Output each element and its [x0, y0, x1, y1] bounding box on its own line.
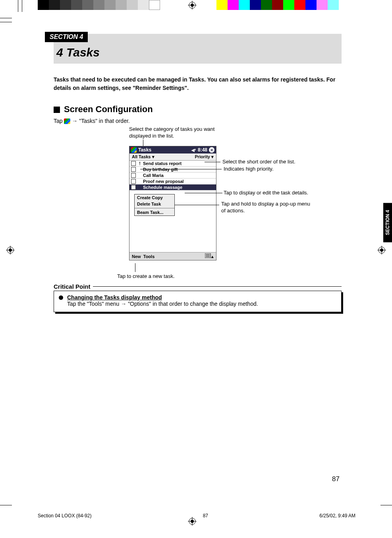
registration-mark-icon — [6, 246, 15, 254]
checkbox-icon[interactable] — [131, 161, 136, 166]
crop-mark — [0, 505, 12, 505]
checkbox-icon[interactable] — [131, 179, 136, 184]
menu-item-delete[interactable]: Delete Task — [135, 201, 174, 207]
chapter-header: SECTION 4 4 Tasks — [54, 34, 342, 64]
slug-date: 6/25/02, 9:49 AM — [319, 513, 355, 519]
section-side-tab: SECTION 4 — [383, 203, 392, 242]
annotation-details: Tap to display or edit the task details. — [224, 190, 308, 196]
page-number: 87 — [332, 475, 340, 483]
task-row[interactable]: !Send status report — [129, 161, 216, 167]
menu-item-beam[interactable]: Beam Task... — [135, 209, 174, 216]
task-row[interactable]: Proof new proposal — [129, 179, 216, 185]
device-bottombar: New Tools ▴ — [129, 252, 216, 260]
critical-heading: Critical Point — [54, 283, 91, 290]
horizontal-rule — [93, 286, 342, 287]
intro-paragraph: Tasks that need to be executed can be ma… — [54, 76, 342, 92]
critical-body: Tap the "Tools" menu → "Options" in that… — [67, 301, 258, 307]
menu-item-copy[interactable]: Create Copy — [135, 194, 174, 201]
chapter-title: 4 Tasks — [56, 46, 100, 59]
print-slug: Section 04 LOOX (84-92) 87 6/25/02, 9:49… — [38, 513, 355, 519]
annotation-sort: Select the short order of the list. — [222, 159, 295, 165]
registration-mark-icon — [188, 1, 197, 10]
keyboard-icon[interactable]: ▴ — [205, 253, 214, 259]
task-row[interactable]: Call Maria — [129, 173, 216, 179]
device-titlebar: Tasks ◀ᵋ 8:48 ✕ — [129, 146, 216, 153]
checkbox-icon[interactable] — [131, 185, 136, 190]
checkbox-icon[interactable] — [131, 167, 136, 172]
round-bullet-icon — [59, 295, 63, 300]
task-row-selected[interactable]: Schedule massage — [129, 185, 216, 190]
crop-mark — [0, 22, 12, 22]
annotation-new: Tap to create a new task. — [117, 273, 175, 280]
slug-page: 87 — [203, 513, 208, 519]
diagram-area: Select the category of tasks you want di… — [54, 126, 342, 281]
device-screenshot: Tasks ◀ᵋ 8:48 ✕ All Tasks ▾ Priority ▾ !… — [129, 146, 216, 260]
task-label: Buy birthday gift — [143, 167, 178, 172]
speaker-icon[interactable]: ◀ᵋ — [191, 148, 196, 152]
critical-subtitle: Changing the Tasks display method — [67, 294, 258, 301]
leader-line — [185, 193, 222, 193]
close-icon[interactable]: ✕ — [209, 147, 214, 153]
leader-line — [140, 169, 222, 169]
critical-point: Critical Point Changing the Tasks displa… — [54, 283, 342, 312]
slug-file: Section 04 LOOX (84-92) — [38, 513, 91, 519]
section-heading: Screen Configuration — [54, 104, 342, 115]
section-tag: SECTION 4 — [45, 32, 88, 42]
device-toolbar: All Tasks ▾ Priority ▾ — [129, 153, 216, 161]
start-flag-icon — [64, 118, 70, 124]
square-bullet-icon — [54, 107, 60, 113]
tap-instruction: Tap → "Tasks" in that order. — [54, 118, 342, 124]
crop-mark — [18, 0, 18, 12]
clock-time: 8:48 — [198, 147, 207, 153]
task-label: Proof new proposal — [143, 179, 184, 184]
press-color-bar — [38, 0, 160, 10]
press-color-bar-2 — [216, 0, 339, 10]
new-button[interactable]: New — [132, 254, 141, 259]
registration-mark-icon — [377, 246, 386, 254]
start-flag-icon[interactable] — [131, 147, 137, 153]
tap-pre: Tap — [54, 118, 64, 124]
crop-mark — [22, 0, 22, 12]
sort-order[interactable]: Priority ▾ — [195, 154, 214, 159]
task-label: Send status report — [143, 161, 182, 166]
section-heading-text: Screen Configuration — [64, 104, 153, 114]
app-title: Tasks — [138, 147, 151, 153]
tap-post: → "Tasks" in that order. — [70, 118, 129, 124]
task-label: Schedule massage — [143, 185, 182, 190]
task-label: Call Maria — [143, 173, 164, 178]
category-filter[interactable]: All Tasks ▾ — [132, 154, 154, 159]
leader-line — [135, 263, 135, 272]
checkbox-icon[interactable] — [131, 173, 136, 178]
annotation-category: Select the category of tasks you want di… — [129, 126, 216, 139]
task-row[interactable]: Buy birthday gift — [129, 167, 216, 173]
crop-mark — [0, 18, 12, 18]
leader-line — [174, 205, 219, 205]
annotation-priority: Indicates high priority. — [224, 166, 274, 172]
leader-line — [205, 162, 220, 162]
tools-menu[interactable]: Tools — [143, 254, 155, 259]
task-list: !Send status report Buy birthday gift Ca… — [129, 161, 216, 252]
context-menu: Create Copy Delete Task Beam Task... — [134, 194, 175, 216]
critical-box: Changing the Tasks display method Tap th… — [54, 291, 342, 312]
annotation-popup: Tap and hold to display a pop-up menu of… — [221, 201, 313, 214]
priority-indicator: ! — [138, 161, 141, 166]
page-content: SECTION 4 4 Tasks Tasks that need to be … — [54, 34, 342, 312]
crop-mark — [380, 505, 392, 505]
